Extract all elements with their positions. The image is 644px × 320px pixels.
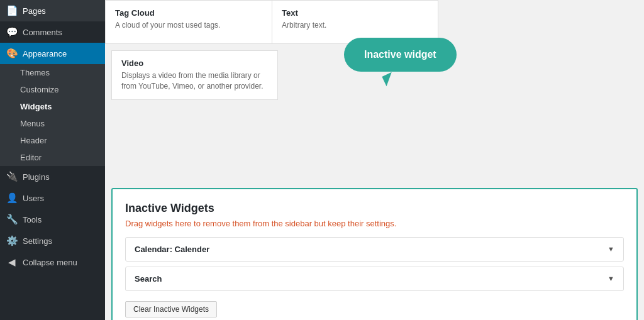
- tools-icon: 🔧: [6, 214, 18, 225]
- sidebar-item-collapse[interactable]: ◀ Collapse menu: [0, 251, 105, 273]
- sidebar-item-comments[interactable]: 💬 Comments: [0, 21, 105, 43]
- sidebar-item-label: Appearance: [23, 49, 67, 58]
- video-widget[interactable]: Video Displays a video from the media li…: [111, 50, 278, 100]
- inactive-widgets-subtitle: Drag widgets here to remove them from th…: [125, 219, 624, 228]
- tooltip-text: Inactive widget: [364, 49, 436, 60]
- calendar-widget-label: Calendar: Calender: [135, 245, 209, 254]
- clear-inactive-widgets-button[interactable]: Clear Inactive Widgets: [125, 301, 217, 317]
- sidebar-item-label: Collapse menu: [23, 258, 77, 267]
- collapse-icon: ◀: [6, 257, 18, 268]
- tag-cloud-title: Tag Cloud: [115, 8, 262, 18]
- sidebar-item-label: Plugins: [23, 172, 50, 182]
- comments-icon: 💬: [6, 26, 18, 38]
- calendar-widget-row[interactable]: Calendar: Calender ▼: [125, 237, 624, 262]
- inactive-widget-tooltip: Inactive widget: [344, 38, 457, 72]
- plugins-icon: 🔌: [6, 171, 18, 182]
- sidebar-item-label: Users: [23, 194, 44, 203]
- sidebar-item-widgets[interactable]: Widgets: [0, 98, 105, 115]
- tag-cloud-desc: A cloud of your most used tags.: [115, 20, 262, 31]
- search-widget-row[interactable]: Search ▼: [125, 267, 624, 291]
- sidebar-item-menus[interactable]: Menus: [0, 115, 105, 132]
- video-widget-title: Video: [121, 58, 268, 68]
- sidebar-item-pages[interactable]: 📄 Pages: [0, 0, 105, 21]
- sidebar-item-label: Comments: [23, 28, 62, 37]
- tag-cloud-widget[interactable]: Tag Cloud A cloud of your most used tags…: [105, 0, 272, 44]
- sidebar-item-themes[interactable]: Themes: [0, 64, 105, 81]
- text-widget-title: Text: [282, 8, 428, 18]
- sidebar-item-appearance[interactable]: 🎨 Appearance: [0, 43, 105, 64]
- chevron-down-icon: ▼: [608, 275, 614, 282]
- text-widget-desc: Arbitrary text.: [282, 20, 428, 31]
- main-content: Tag Cloud A cloud of your most used tags…: [105, 0, 644, 320]
- sidebar-item-label: Pages: [23, 6, 46, 16]
- sidebar-item-customize[interactable]: Customize: [0, 81, 105, 98]
- sidebar-item-users[interactable]: 👤 Users: [0, 187, 105, 209]
- video-widget-desc: Displays a video from the media library …: [121, 70, 268, 92]
- inactive-widgets-title: Inactive Widgets: [125, 202, 624, 215]
- content-area: Tag Cloud A cloud of your most used tags…: [105, 0, 644, 320]
- sidebar-item-label: Tools: [23, 215, 42, 224]
- sidebar-item-label: Settings: [23, 236, 52, 246]
- sidebar-item-plugins[interactable]: 🔌 Plugins: [0, 166, 105, 187]
- appearance-submenu: Themes Customize Widgets Menus Header Ed…: [0, 64, 105, 166]
- appearance-icon: 🎨: [6, 48, 18, 59]
- settings-icon: ⚙️: [6, 235, 18, 246]
- chevron-down-icon: ▼: [608, 245, 614, 253]
- sidebar-item-tools[interactable]: 🔧 Tools: [0, 209, 105, 230]
- pages-icon: 📄: [6, 5, 18, 16]
- search-widget-label: Search: [135, 274, 162, 284]
- sidebar-item-settings[interactable]: ⚙️ Settings: [0, 230, 105, 251]
- sidebar: 📄 Pages 💬 Comments 🎨 Appearance Themes C…: [0, 0, 105, 320]
- inactive-widgets-section: Inactive Widgets Drag widgets here to re…: [111, 188, 638, 320]
- sidebar-item-header[interactable]: Header: [0, 132, 105, 149]
- users-icon: 👤: [6, 192, 18, 204]
- sidebar-item-editor[interactable]: Editor: [0, 149, 105, 166]
